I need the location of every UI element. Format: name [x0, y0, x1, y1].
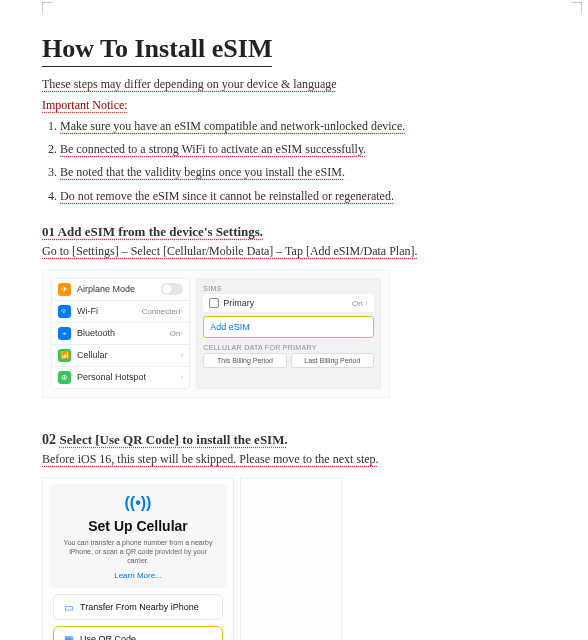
row-airplane[interactable]: ✈ Airplane Mode: [52, 279, 189, 301]
qr-icon: ▦: [62, 633, 74, 640]
transfer-nearby-label: Transfer From Nearby iPhone: [80, 602, 199, 612]
antenna-icon: ((•)): [59, 494, 217, 512]
step1-heading: 01 Add eSIM from the device's Settings.: [42, 224, 546, 240]
chevron-right-icon: ›: [180, 306, 183, 316]
setup-cellular-body: You can transfer a phone number from a n…: [59, 538, 217, 565]
bluetooth-icon: ⌁: [58, 327, 71, 340]
row-hotspot[interactable]: ⊕ Personal Hotspot ›: [52, 367, 189, 388]
row-wifi[interactable]: ᯤ Wi-Fi Connected ›: [52, 301, 189, 323]
important-item: Be noted that the validity begins once y…: [60, 163, 546, 182]
chevron-right-icon: ›: [180, 328, 183, 338]
cellular-label: Cellular: [77, 350, 180, 360]
primary-status: On: [352, 299, 363, 308]
wifi-icon: ᯤ: [58, 305, 71, 318]
airplane-icon: ✈: [58, 283, 71, 296]
important-item: Do not remove the eSIM since it cannot b…: [60, 187, 546, 206]
row-bluetooth[interactable]: ⌁ Bluetooth On ›: [52, 323, 189, 345]
airplane-label: Airplane Mode: [77, 284, 161, 294]
important-item: Be connected to a strong WiFi to activat…: [60, 140, 546, 159]
cellular-data-header: CELLULAR DATA FOR PRIMARY: [203, 344, 374, 351]
sim-icon: [209, 298, 219, 308]
hotspot-label: Personal Hotspot: [77, 372, 180, 382]
transfer-nearby-option[interactable]: ▭ Transfer From Nearby iPhone: [53, 594, 223, 620]
important-item: Make sure you have an eSIM compatible an…: [60, 117, 546, 136]
important-notice-heading: Important Notice:: [42, 98, 546, 113]
seg-last-period[interactable]: Last Billing Period: [291, 353, 374, 368]
chevron-right-icon: ›: [365, 298, 368, 308]
chevron-right-icon: ›: [180, 372, 183, 382]
step2-heading: 02 Select [Use QR Code] to install the e…: [42, 432, 546, 448]
page-title: How To Install eSIM: [42, 34, 272, 67]
sims-header: SIMs: [203, 285, 374, 292]
step2-hint: Before iOS 16, this step will be skipped…: [42, 452, 546, 467]
figure-placeholder: [240, 477, 342, 640]
chevron-right-icon: ›: [180, 350, 183, 360]
airplane-toggle[interactable]: [161, 283, 183, 295]
primary-sim-row[interactable]: Primary On ›: [203, 294, 374, 312]
settings-right-pane: SIMs Primary On › Add eSIM CELLULAR DATA…: [196, 278, 381, 389]
wifi-label: Wi-Fi: [77, 306, 142, 316]
use-qr-code-option[interactable]: ▦ Use QR Code: [53, 626, 223, 640]
primary-label: Primary: [223, 298, 254, 308]
bluetooth-label: Bluetooth: [77, 328, 170, 338]
settings-left-pane: ✈ Airplane Mode ᯤ Wi-Fi Connected › ⌁ Bl…: [51, 278, 190, 389]
hotspot-icon: ⊕: [58, 371, 71, 384]
step1-hint: Go to [Settings] – Select [Cellular/Mobi…: [42, 244, 546, 259]
billing-segment: This Billing Period Last Billing Period: [203, 353, 374, 368]
important-list: Make sure you have an eSIM compatible an…: [42, 117, 546, 206]
bluetooth-status: On: [170, 329, 181, 338]
learn-more-link[interactable]: Learn More...: [59, 571, 217, 580]
row-cellular[interactable]: 📶 Cellular ›: [52, 345, 189, 367]
figure-settings: ✈ Airplane Mode ᯤ Wi-Fi Connected › ⌁ Bl…: [42, 269, 390, 398]
figure-setup-cellular: ((•)) Set Up Cellular You can transfer a…: [42, 477, 234, 640]
use-qr-label: Use QR Code: [80, 634, 136, 640]
subtitle: These steps may differ depending on your…: [42, 77, 546, 92]
phone-icon: ▭: [62, 601, 74, 613]
seg-this-period[interactable]: This Billing Period: [203, 353, 286, 368]
wifi-status: Connected: [142, 307, 181, 316]
add-esim-button[interactable]: Add eSIM: [203, 316, 374, 338]
setup-cellular-title: Set Up Cellular: [59, 518, 217, 534]
cellular-icon: 📶: [58, 349, 71, 362]
